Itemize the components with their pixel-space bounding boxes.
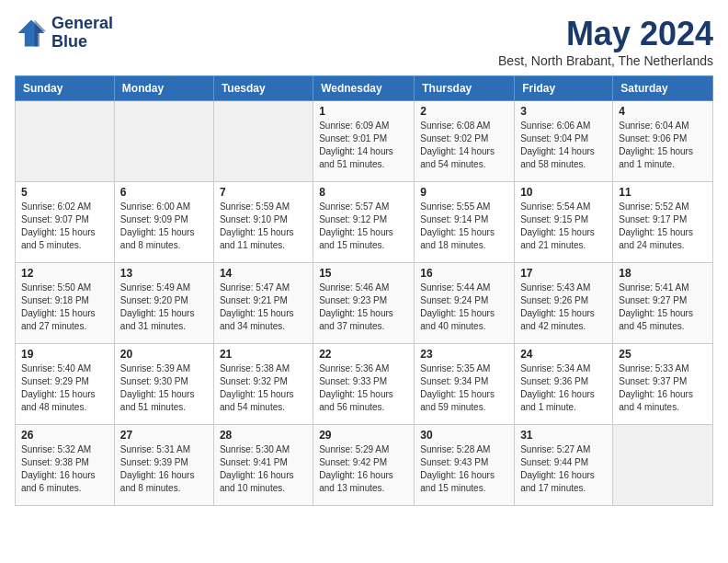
calendar-body: 1Sunrise: 6:09 AM Sunset: 9:01 PM Daylig…	[16, 101, 713, 506]
day-number: 18	[619, 267, 707, 280]
day-info: Sunrise: 5:31 AM Sunset: 9:39 PM Dayligh…	[120, 443, 208, 495]
day-number: 30	[420, 429, 508, 442]
calendar-cell: 2Sunrise: 6:08 AM Sunset: 9:02 PM Daylig…	[415, 101, 515, 182]
day-info: Sunrise: 5:32 AM Sunset: 9:38 PM Dayligh…	[21, 443, 108, 495]
calendar-cell: 22Sunrise: 5:36 AM Sunset: 9:33 PM Dayli…	[313, 344, 415, 425]
day-info: Sunrise: 5:34 AM Sunset: 9:36 PM Dayligh…	[520, 362, 607, 414]
day-info: Sunrise: 5:46 AM Sunset: 9:23 PM Dayligh…	[319, 282, 408, 333]
day-number: 25	[619, 348, 707, 361]
day-info: Sunrise: 5:38 AM Sunset: 9:32 PM Dayligh…	[220, 362, 307, 414]
day-number: 28	[220, 429, 307, 442]
day-info: Sunrise: 6:09 AM Sunset: 9:01 PM Dayligh…	[319, 120, 408, 171]
day-number: 1	[319, 105, 408, 118]
day-info: Sunrise: 6:08 AM Sunset: 9:02 PM Dayligh…	[420, 120, 508, 171]
weekday-header-thursday: Thursday	[415, 76, 515, 101]
day-info: Sunrise: 5:49 AM Sunset: 9:20 PM Dayligh…	[120, 282, 208, 333]
weekday-header-saturday: Saturday	[613, 76, 713, 101]
calendar-cell: 4Sunrise: 6:04 AM Sunset: 9:06 PM Daylig…	[613, 101, 713, 182]
day-number: 2	[420, 105, 508, 118]
calendar-cell: 11Sunrise: 5:52 AM Sunset: 9:17 PM Dayli…	[613, 182, 713, 263]
day-number: 24	[520, 348, 607, 361]
title-block: May 2024 Best, North Brabant, The Nether…	[498, 15, 713, 68]
day-number: 9	[420, 186, 508, 199]
day-info: Sunrise: 6:06 AM Sunset: 9:04 PM Dayligh…	[520, 120, 607, 171]
calendar-week-row: 12Sunrise: 5:50 AM Sunset: 9:18 PM Dayli…	[16, 263, 713, 344]
day-number: 14	[220, 267, 307, 280]
calendar-cell: 18Sunrise: 5:41 AM Sunset: 9:27 PM Dayli…	[613, 263, 713, 344]
day-number: 3	[520, 105, 607, 118]
weekday-header-tuesday: Tuesday	[213, 76, 313, 101]
calendar-cell: 24Sunrise: 5:34 AM Sunset: 9:36 PM Dayli…	[515, 344, 613, 425]
calendar-cell: 14Sunrise: 5:47 AM Sunset: 9:21 PM Dayli…	[213, 263, 313, 344]
logo: General Blue	[15, 15, 113, 52]
day-number: 16	[420, 267, 508, 280]
day-number: 22	[319, 348, 408, 361]
calendar-cell: 28Sunrise: 5:30 AM Sunset: 9:41 PM Dayli…	[213, 425, 313, 506]
calendar-cell: 17Sunrise: 5:43 AM Sunset: 9:26 PM Dayli…	[515, 263, 613, 344]
day-number: 26	[21, 429, 108, 442]
day-info: Sunrise: 5:35 AM Sunset: 9:34 PM Dayligh…	[420, 362, 508, 414]
calendar-cell: 6Sunrise: 6:00 AM Sunset: 9:09 PM Daylig…	[114, 182, 213, 263]
day-number: 21	[220, 348, 307, 361]
day-number: 13	[120, 267, 208, 280]
calendar-cell: 29Sunrise: 5:29 AM Sunset: 9:42 PM Dayli…	[313, 425, 415, 506]
day-number: 8	[319, 186, 408, 199]
day-number: 11	[619, 186, 707, 199]
day-info: Sunrise: 5:30 AM Sunset: 9:41 PM Dayligh…	[220, 443, 307, 495]
calendar-cell: 7Sunrise: 5:59 AM Sunset: 9:10 PM Daylig…	[213, 182, 313, 263]
calendar-cell	[16, 101, 115, 182]
calendar-cell: 15Sunrise: 5:46 AM Sunset: 9:23 PM Dayli…	[313, 263, 415, 344]
day-info: Sunrise: 5:47 AM Sunset: 9:21 PM Dayligh…	[220, 282, 307, 333]
calendar-cell: 8Sunrise: 5:57 AM Sunset: 9:12 PM Daylig…	[313, 182, 415, 263]
calendar-cell: 10Sunrise: 5:54 AM Sunset: 9:15 PM Dayli…	[515, 182, 613, 263]
day-info: Sunrise: 5:44 AM Sunset: 9:24 PM Dayligh…	[420, 282, 508, 333]
day-info: Sunrise: 5:59 AM Sunset: 9:10 PM Dayligh…	[220, 201, 307, 252]
calendar-cell	[213, 101, 313, 182]
day-number: 29	[319, 429, 408, 442]
day-info: Sunrise: 5:57 AM Sunset: 9:12 PM Dayligh…	[319, 201, 408, 252]
day-number: 12	[21, 267, 108, 280]
day-info: Sunrise: 5:41 AM Sunset: 9:27 PM Dayligh…	[619, 282, 707, 333]
day-info: Sunrise: 5:43 AM Sunset: 9:26 PM Dayligh…	[520, 282, 607, 333]
calendar-cell: 20Sunrise: 5:39 AM Sunset: 9:30 PM Dayli…	[114, 344, 213, 425]
day-info: Sunrise: 5:55 AM Sunset: 9:14 PM Dayligh…	[420, 201, 508, 252]
calendar-cell: 16Sunrise: 5:44 AM Sunset: 9:24 PM Dayli…	[415, 263, 515, 344]
calendar-cell: 26Sunrise: 5:32 AM Sunset: 9:38 PM Dayli…	[16, 425, 115, 506]
day-info: Sunrise: 5:39 AM Sunset: 9:30 PM Dayligh…	[120, 362, 208, 414]
weekday-header-monday: Monday	[114, 76, 213, 101]
day-number: 31	[520, 429, 607, 442]
calendar-cell: 23Sunrise: 5:35 AM Sunset: 9:34 PM Dayli…	[415, 344, 515, 425]
logo-text: General Blue	[51, 15, 113, 52]
calendar-week-row: 19Sunrise: 5:40 AM Sunset: 9:29 PM Dayli…	[16, 344, 713, 425]
calendar-cell: 27Sunrise: 5:31 AM Sunset: 9:39 PM Dayli…	[114, 425, 213, 506]
day-info: Sunrise: 6:04 AM Sunset: 9:06 PM Dayligh…	[619, 120, 707, 171]
day-info: Sunrise: 5:27 AM Sunset: 9:44 PM Dayligh…	[520, 443, 607, 495]
day-info: Sunrise: 5:33 AM Sunset: 9:37 PM Dayligh…	[619, 362, 707, 414]
day-info: Sunrise: 5:28 AM Sunset: 9:43 PM Dayligh…	[420, 443, 508, 495]
calendar-cell: 5Sunrise: 6:02 AM Sunset: 9:07 PM Daylig…	[16, 182, 115, 263]
calendar-week-row: 1Sunrise: 6:09 AM Sunset: 9:01 PM Daylig…	[16, 101, 713, 182]
calendar-cell: 31Sunrise: 5:27 AM Sunset: 9:44 PM Dayli…	[515, 425, 613, 506]
calendar-cell	[613, 425, 713, 506]
weekday-header-friday: Friday	[515, 76, 613, 101]
svg-marker-0	[18, 19, 45, 46]
day-number: 15	[319, 267, 408, 280]
day-info: Sunrise: 5:52 AM Sunset: 9:17 PM Dayligh…	[619, 201, 707, 252]
calendar-cell: 1Sunrise: 6:09 AM Sunset: 9:01 PM Daylig…	[313, 101, 415, 182]
day-number: 17	[520, 267, 607, 280]
calendar-cell: 3Sunrise: 6:06 AM Sunset: 9:04 PM Daylig…	[515, 101, 613, 182]
day-number: 7	[220, 186, 307, 199]
calendar-week-row: 5Sunrise: 6:02 AM Sunset: 9:07 PM Daylig…	[16, 182, 713, 263]
calendar-cell: 12Sunrise: 5:50 AM Sunset: 9:18 PM Dayli…	[16, 263, 115, 344]
location-text: Best, North Brabant, The Netherlands	[498, 53, 713, 68]
calendar-cell: 21Sunrise: 5:38 AM Sunset: 9:32 PM Dayli…	[213, 344, 313, 425]
calendar-cell: 9Sunrise: 5:55 AM Sunset: 9:14 PM Daylig…	[415, 182, 515, 263]
day-info: Sunrise: 5:29 AM Sunset: 9:42 PM Dayligh…	[319, 443, 408, 495]
month-title: May 2024	[498, 15, 713, 53]
calendar-header-row: SundayMondayTuesdayWednesdayThursdayFrid…	[16, 76, 713, 101]
day-info: Sunrise: 6:00 AM Sunset: 9:09 PM Dayligh…	[120, 201, 208, 252]
page-header: General Blue May 2024 Best, North Braban…	[15, 15, 713, 68]
day-number: 19	[21, 348, 108, 361]
day-number: 10	[520, 186, 607, 199]
day-number: 4	[619, 105, 707, 118]
